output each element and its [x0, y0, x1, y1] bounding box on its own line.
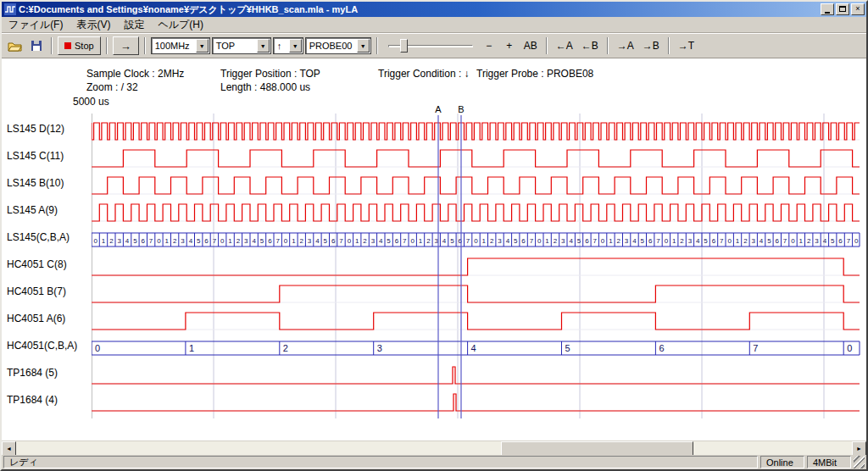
bus-value: 5 — [133, 237, 137, 245]
bus-value: 4 — [760, 237, 764, 245]
scroll-thumb[interactable] — [501, 441, 693, 456]
stop-button[interactable]: Stop — [58, 36, 101, 55]
scroll-left-button[interactable]: ◄ — [2, 441, 16, 456]
goto-b-button[interactable]: ←B — [578, 38, 602, 53]
channel-label: HC4051 C(8) — [7, 258, 67, 270]
trigger-position-select[interactable]: TOP ▼ — [212, 37, 271, 54]
open-file-button[interactable] — [5, 36, 25, 55]
trigger-probe-info: Trigger Probe : PROBE08 — [476, 68, 593, 80]
zoom-in-button[interactable]: + — [500, 38, 519, 53]
run-button[interactable]: → — [113, 36, 139, 55]
bus-value: 3 — [561, 237, 565, 245]
bus-value: 0 — [220, 237, 225, 245]
waveform-trace — [92, 394, 860, 411]
menu-view[interactable]: 表示(V) — [70, 16, 117, 34]
close-button[interactable]: × — [851, 3, 865, 15]
bus-value: 6 — [659, 343, 664, 353]
cursor-label-a: A — [435, 105, 442, 114]
chevron-down-icon[interactable]: ▼ — [357, 39, 370, 53]
bus-value: 4 — [442, 237, 447, 245]
bus-value: 7 — [593, 237, 597, 245]
chevron-down-icon[interactable]: ▼ — [289, 39, 302, 53]
maximize-button[interactable] — [836, 3, 849, 15]
bus-value: 4 — [696, 237, 700, 245]
zoom-slider[interactable] — [387, 36, 475, 55]
waveform-svg[interactable]: 0123456701234567012345670123456701234567… — [92, 105, 861, 420]
scroll-right-button[interactable]: ► — [852, 441, 866, 456]
bus-value: 3 — [751, 237, 755, 245]
bus-value: 5 — [565, 343, 570, 353]
next-b-button[interactable]: →B — [639, 38, 663, 53]
bus-value: 5 — [260, 237, 264, 245]
bus-value: 3 — [181, 237, 185, 245]
bus-value: 0 — [410, 237, 415, 245]
chevron-down-icon[interactable]: ▼ — [196, 39, 209, 53]
bus-value: 4 — [569, 237, 573, 245]
bus-value: 5 — [387, 237, 391, 245]
resize-grip[interactable] — [854, 456, 865, 468]
waveform-trace — [92, 123, 860, 140]
cursor-label-b: B — [458, 105, 464, 114]
save-button[interactable] — [26, 36, 46, 55]
waveform-trace — [92, 204, 860, 221]
bus-value: 0 — [727, 237, 732, 245]
bus-value: 2 — [554, 237, 558, 245]
bus-value: 5 — [197, 237, 201, 245]
bus-value: 4 — [315, 237, 320, 245]
zoom-out-button[interactable]: − — [480, 38, 498, 53]
bus-value: 4 — [379, 237, 383, 245]
goto-trigger-button[interactable]: →T — [675, 38, 698, 53]
chevron-down-icon[interactable]: ▼ — [257, 39, 270, 53]
bus-value: 5 — [577, 237, 581, 245]
bus-value: 3 — [498, 237, 502, 245]
bus-value: 3 — [625, 237, 629, 245]
maximize-icon — [839, 6, 846, 12]
channel-label: TP1684 (5) — [7, 367, 58, 379]
channel-label: LS145(C,B,A) — [7, 231, 70, 243]
window-title: C:¥Documents and Settings¥noname¥デスクトップ¥… — [19, 3, 819, 16]
bus-value: 7 — [403, 237, 407, 245]
trigger-edge-select[interactable]: ↑ ▼ — [273, 37, 303, 54]
bus-value: 5 — [641, 237, 645, 245]
folder-open-icon — [8, 40, 22, 52]
slider-thumb[interactable] — [400, 39, 408, 53]
toolbar-separator — [546, 37, 548, 54]
scroll-track[interactable] — [16, 441, 852, 455]
waveform-trace — [92, 150, 860, 167]
probe-select[interactable]: PROBE00 ▼ — [305, 37, 371, 54]
bus-value: 1 — [228, 237, 232, 245]
horizontal-scrollbar[interactable]: ◄ ► — [2, 441, 866, 455]
bus-value: 5 — [450, 237, 454, 245]
sample-rate-value: 100MHz — [155, 41, 190, 51]
bus-value: 7 — [275, 237, 280, 245]
stop-label: Stop — [75, 41, 94, 51]
channel-labels: LS145 D(12)LS145 C(11)LS145 B(10)LS145 A… — [2, 58, 92, 441]
bus-value: 7 — [213, 237, 217, 245]
toolbar-separator — [376, 37, 378, 54]
bus-value: 7 — [656, 237, 660, 245]
ab-button[interactable]: AB — [520, 38, 541, 53]
titlebar[interactable]: C:¥Documents and Settings¥noname¥デスクトップ¥… — [2, 2, 866, 17]
bus-value: 1 — [545, 237, 549, 245]
waveform-trace — [92, 367, 860, 384]
channel-label: HC4051 B(7) — [7, 285, 66, 297]
bus-value: 6 — [838, 237, 843, 245]
bus-value: 1 — [165, 237, 170, 245]
bus-value: 5 — [704, 237, 708, 245]
bus-value: 2 — [363, 237, 367, 245]
bus-value: 3 — [244, 237, 248, 245]
bus-value: 2 — [300, 237, 304, 245]
minimize-button[interactable] — [821, 3, 834, 15]
bus-value: 1 — [799, 237, 804, 245]
sample-clock-info: Sample Clock : 2MHz — [86, 68, 184, 80]
trigger-position-value: TOP — [216, 41, 235, 51]
menu-help[interactable]: ヘルプ(H) — [151, 16, 210, 34]
goto-a-button[interactable]: ←A — [553, 38, 576, 53]
menu-file[interactable]: ファイル(F) — [2, 16, 70, 34]
channel-label: TP1684 (4) — [7, 394, 58, 406]
next-a-button[interactable]: →A — [614, 38, 637, 53]
bus-value: 0 — [93, 237, 97, 245]
sample-rate-select[interactable]: 100MHz ▼ — [151, 37, 210, 54]
bus-value: 1 — [102, 237, 106, 245]
menu-settings[interactable]: 設定 — [117, 16, 151, 34]
